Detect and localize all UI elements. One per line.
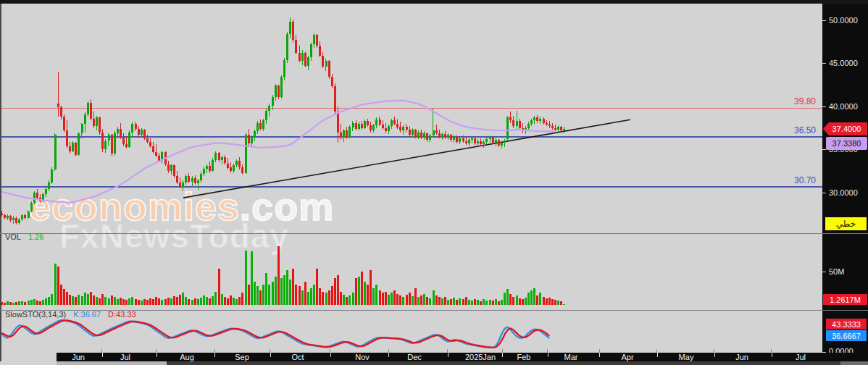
price-axis-tick <box>822 106 826 107</box>
time-axis-tick <box>548 353 548 357</box>
month-label: Nov <box>355 353 370 361</box>
month-label: Mar <box>564 353 578 361</box>
last-price-badge: 37.4000 <box>823 122 867 135</box>
panel-divider-stochastic[interactable] <box>0 310 868 311</box>
stochastic-label: SlowSTO(3,14,3) <box>5 310 66 319</box>
time-axis-tick <box>270 353 271 357</box>
bid-price-badge: 37.3380 <box>826 137 867 150</box>
month-label: Feb <box>517 353 531 361</box>
axis-corner <box>0 353 57 365</box>
time-axis-tick <box>214 353 215 357</box>
time-axis-tick <box>772 353 772 357</box>
volume-axis-tick <box>822 272 826 272</box>
panel-divider-volume[interactable] <box>0 233 868 234</box>
month-label: Jul <box>796 353 806 361</box>
volume-axis-tick-label: 50M <box>829 267 844 276</box>
stochastic-d-badge: 43.3333 <box>826 319 867 330</box>
price-axis[interactable]: 37.4000 37.3380 خطي 1.2617M 43.3333 36.6… <box>822 0 868 361</box>
price-axis-tick-label: 30.0000 <box>829 188 858 197</box>
time-axis-tick <box>599 353 600 357</box>
month-label: 2025Jan <box>465 353 496 361</box>
time-axis-tick <box>157 353 157 357</box>
month-label: Apr <box>621 353 633 361</box>
price-axis-tick <box>822 63 826 64</box>
time-axis-tick <box>657 353 658 357</box>
level-label: 30.70 <box>752 175 816 185</box>
volume-panel-canvas[interactable] <box>0 234 822 310</box>
window-top-edge <box>0 0 868 4</box>
current-volume-badge: 1.2617M <box>823 294 867 305</box>
price-chart-canvas[interactable] <box>0 4 822 233</box>
month-label: Aug <box>180 353 194 361</box>
stochastic-k-badge: 36.6667 <box>826 330 867 341</box>
month-label: Jul <box>120 353 130 361</box>
time-axis-tick <box>102 353 103 357</box>
trading-chart-window: economies.com FxNewsToday VOL1.26 SlowST… <box>0 0 868 365</box>
price-axis-tick <box>822 20 826 21</box>
price-axis-tick <box>822 149 826 150</box>
price-axis-tick <box>822 193 826 193</box>
month-label: Dec <box>407 353 422 361</box>
scrollbar-corner[interactable] <box>840 361 868 365</box>
month-label: Jun <box>72 353 85 361</box>
stochastic-indicator-label: SlowSTO(3,14,3)K:36.67D:43.33 <box>5 310 136 319</box>
time-axis-tick <box>714 353 715 357</box>
month-label: May <box>679 353 694 361</box>
chart-left-border <box>0 4 1 361</box>
price-axis-tick-label: 50.0000 <box>829 16 858 25</box>
stochastic-d-value: D:43.33 <box>108 310 136 319</box>
level-label: 39.80 <box>752 96 816 106</box>
scale-type-button[interactable]: خطي <box>825 217 867 230</box>
time-axis-tick <box>448 353 448 357</box>
time-axis-tick <box>502 353 503 357</box>
time-axis-tick <box>388 353 389 357</box>
time-axis-tick <box>330 353 331 357</box>
month-label: Oct <box>291 353 304 361</box>
scrollbar-thumb[interactable] <box>57 361 167 365</box>
month-label: Jun <box>735 353 748 361</box>
price-axis-tick-label: 40.0000 <box>829 102 858 111</box>
stochastic-k-value: K:36.67 <box>73 310 101 319</box>
month-label: Sep <box>235 353 249 361</box>
level-label: 36.50 <box>752 125 816 135</box>
time-axis[interactable]: JunJulAugSepOctNovDec2025JanFebMarAprMay… <box>57 353 868 361</box>
scrollbar-track[interactable] <box>167 361 840 365</box>
price-axis-tick-label: 45.0000 <box>829 59 858 67</box>
